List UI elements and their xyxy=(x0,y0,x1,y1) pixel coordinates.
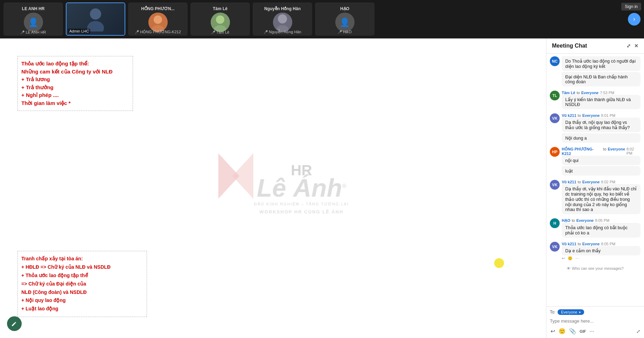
chat-message-hp-1: HP HỒNG PHƯƠNG-K212 to Everyone 8:02 PM … xyxy=(550,147,640,176)
chat-bubble-vk1a: Dạ thầy ơi, nội quy lao động vs thảo ước… xyxy=(562,118,640,132)
svg-point-0 xyxy=(90,8,101,20)
chat-meta-hp1: HỒNG PHƯƠNG-K212 to Everyone 8:02 PM xyxy=(562,147,640,156)
logo-text-group: HR Lê Ánh® xyxy=(257,162,346,200)
emoji-reaction-icon[interactable]: 🙂 xyxy=(568,256,573,261)
chat-msg-row-vk1: VK Vũ k211 to Everyone 8:01 PM Dạ thầy ơ… xyxy=(550,113,640,132)
chat-message-vk-3: VK Vũ k211 to Everyone 8:05 PM Dạ e cảm … xyxy=(550,242,640,261)
participant-label-admin: Admin LHC xyxy=(68,29,90,34)
time-hao1: 8:05 PM xyxy=(595,218,609,223)
chat-meta-hao1: HẠO to Everyone 8:05 PM xyxy=(562,218,640,223)
logo-shape-svg xyxy=(218,153,253,199)
chat-message-vk-2: VK Vũ k211 to Everyone 8:02 PM Dạ thầy ơ… xyxy=(550,180,640,214)
chat-bubble-hp1a: nội qui xyxy=(562,156,640,165)
avatar-tl-svg xyxy=(211,13,230,32)
time-vk3: 8:05 PM xyxy=(601,242,615,246)
sender-name-vk2: Vũ k211 xyxy=(562,180,576,184)
chat-meta-vk3: Vũ k211 to Everyone 8:05 PM xyxy=(562,242,640,246)
participant-tile-le-anh-hr[interactable]: LE ANH HR 👤 🎤 LE ANH HR xyxy=(4,2,63,36)
chat-panel: Meeting Chat ⤢ ✕ NC Do Thoả ước lao động… xyxy=(546,38,644,338)
chat-msg-content-hao1: HẠO to Everyone 8:05 PM Thỏa ước lao độn… xyxy=(562,218,640,238)
chat-bubble-tl1: Lấy ý kiến tán thành giữa NLĐ và NSDLĐ xyxy=(562,95,640,109)
more-reaction-icon[interactable]: ··· xyxy=(575,256,579,261)
pencil-icon xyxy=(11,321,18,327)
to-text-hp1: to xyxy=(603,147,606,151)
chat-meta-vk1: Vũ k211 to Everyone 8:01 PM xyxy=(562,113,640,118)
presentation-area: Thỏa ước lao động tập thể: Những cam kết… xyxy=(0,38,546,338)
chat-msg-row-hao1: H HẠO to Everyone 8:05 PM Thỏa ước lao đ… xyxy=(550,218,640,238)
slide-text-1: Thỏa ước lao động tập thể: Những cam kết… xyxy=(21,60,129,107)
participant-tile-hong-phuong[interactable]: HỒNG PHƯƠN... 🎤 HỒNG PHƯƠNG-K212 xyxy=(128,2,188,36)
chat-input-area: To: Everyone ▾ ↩ 🙂 📎 GIF ··· ⤢ xyxy=(546,306,644,338)
watermark-logo: HR Lê Ánh® ĐÃO KINH NGHIỆM – TĂNG TƯƠNG … xyxy=(254,162,349,214)
participant-tile-tam-le[interactable]: Tâm Lê 🎤 Tâm Lê xyxy=(190,2,250,36)
participant-avatar-nguyen-hong-han xyxy=(273,13,292,32)
registered-symbol: ® xyxy=(342,183,346,189)
expand-icon[interactable]: ⤢ xyxy=(636,329,640,334)
participant-top-name-hp: HỒNG PHƯƠN... xyxy=(141,6,174,11)
watermark-sub: ĐÃO KINH NGHIỆM – TĂNG TƯƠNG LAI xyxy=(254,202,349,206)
chat-bubble-hp1b: luật xyxy=(562,166,640,176)
time-hp1: 8:02 PM xyxy=(626,147,640,155)
reply-icon[interactable]: ↩ xyxy=(550,327,556,335)
main-area: Thỏa ước lao động tập thể: Những cam kết… xyxy=(0,38,644,338)
sign-in-button[interactable]: Sign in xyxy=(621,3,641,10)
chat-msg-row-tl1: TL Tâm Lê to Everyone 7:53 PM Lấy ý kiến… xyxy=(550,91,640,109)
popout-icon[interactable]: ⤢ xyxy=(626,43,631,49)
chat-avatar-nc: NC xyxy=(550,56,560,66)
slide-text-box-1[interactable]: Thỏa ước lao động tập thể: Những cam kết… xyxy=(18,56,133,111)
slide-text-box-2[interactable]: Tranh chấp xảy tại tòa án: + HĐLĐ => Chữ… xyxy=(18,251,147,317)
to-row: To: Everyone ▾ xyxy=(550,309,640,315)
chat-msg-content-tl1: Tâm Lê to Everyone 7:53 PM Lấy ý kiến tá… xyxy=(562,91,640,109)
mic-muted-icon-hp: 🎤 xyxy=(135,30,139,34)
attachment-icon[interactable]: 📎 xyxy=(568,327,577,335)
chat-msg-content-vk1: Vũ k211 to Everyone 8:01 PM Dạ thầy ơi, … xyxy=(562,113,640,132)
sender-name-vk1: Vũ k211 xyxy=(562,113,576,118)
chevron-down-icon: ▾ xyxy=(579,310,581,314)
annotation-pencil-button[interactable] xyxy=(7,316,22,331)
logo-le-anh-text: Lê Ánh® xyxy=(257,175,346,200)
chat-bubble-vk2: Dạ thầy ơi, vậy khi đầu vào NLĐ chỉ dc t… xyxy=(562,184,640,214)
participant-label-nguyen-hong-han: 🎤 Nguyễn Hồng Hân xyxy=(264,30,301,34)
chat-msg-row-hp1: HP HỒNG PHƯƠNG-K212 to Everyone 8:02 PM … xyxy=(550,147,640,165)
to-text-hao1: to xyxy=(572,218,575,223)
everyone-hao1: Everyone xyxy=(576,218,594,223)
participant-tile-nguyen-hong-han[interactable]: Nguyễn Hồng Hân 🎤 Nguyễn Hồng Hân xyxy=(253,2,312,36)
participant-tile-admin-lhc[interactable]: Admin LHC xyxy=(66,2,125,36)
participant-label-hao: 🎤 HẠO xyxy=(338,30,352,34)
more-options-icon[interactable]: ··· xyxy=(589,328,595,335)
to-text-vk3: to xyxy=(578,242,581,246)
participant-top-name-hao: HẠO xyxy=(340,6,349,11)
chat-bubble-nc1b-wrapper: Đại diện NLĐ là Ban chấp hành công đoàn xyxy=(562,72,640,86)
slide-inner: Thỏa ước lao động tập thể: Những cam kết… xyxy=(0,38,546,338)
next-participants-button[interactable]: › xyxy=(628,13,640,26)
reply-reaction-icon[interactable]: ↩ xyxy=(562,256,565,261)
close-chat-icon[interactable]: ✕ xyxy=(634,43,638,49)
cursor-indicator xyxy=(494,258,504,268)
sender-name-hao1: HẠO xyxy=(562,218,570,223)
sender-name-tl: Tâm Lê xyxy=(562,91,575,95)
logo-group: HR Lê Ánh® xyxy=(257,162,346,200)
slide-text-2: Tranh chấp xảy tại tòa án: + HĐLĐ => Chữ… xyxy=(21,255,143,313)
sender-name-vk3: Vũ k211 xyxy=(562,242,576,246)
message-reactions-vk3: ↩ 🙂 ··· xyxy=(562,256,640,261)
participant-tile-hao[interactable]: HẠO 👤 🎤 HẠO xyxy=(315,2,374,36)
time-tl1: 7:53 PM xyxy=(600,91,614,95)
mic-muted-icon-hao: 🎤 xyxy=(338,30,342,34)
participant-top-name-nhh: Nguyễn Hồng Hân xyxy=(264,6,301,11)
slide-content: Thỏa ước lao động tập thể: Những cam kết… xyxy=(0,38,546,338)
message-input[interactable] xyxy=(550,317,640,325)
sender-name-hp1: HỒNG PHƯƠNG-K212 xyxy=(562,147,602,156)
chat-bubble-vk1b-wrapper: Nội dung a xyxy=(562,133,640,143)
everyone-vk1: Everyone xyxy=(582,113,600,118)
chat-bubble-vk3: Dạ e cảm on thầy xyxy=(562,246,640,255)
avatar-nhh-svg xyxy=(273,13,292,32)
avatar-hp-svg xyxy=(148,13,168,32)
everyone-badge[interactable]: Everyone ▾ xyxy=(558,309,584,315)
gif-icon[interactable]: GIF xyxy=(579,329,587,334)
emoji-icon[interactable]: 🙂 xyxy=(558,327,566,335)
to-label: To: xyxy=(550,310,555,315)
participant-bar: LE ANH HR 👤 🎤 LE ANH HR Admin LHC HỒNG P… xyxy=(0,0,644,38)
participant-label-hong-phuong: 🎤 HỒNG PHƯƠNG-K212 xyxy=(135,30,181,34)
chat-header-icons: ⤢ ✕ xyxy=(626,43,638,49)
chat-bubble-nc1b: Đại diện NLĐ là Ban chấp hành công đoàn xyxy=(562,72,640,86)
